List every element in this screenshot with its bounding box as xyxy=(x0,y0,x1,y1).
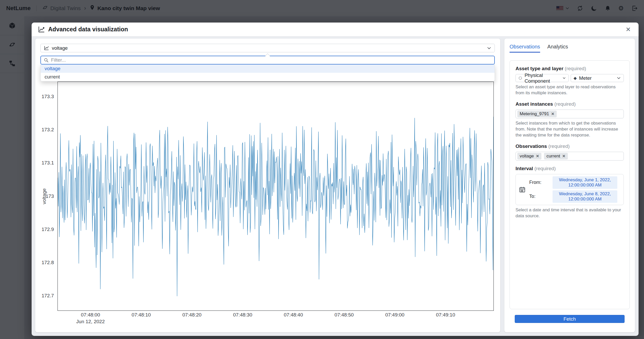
chevron-down-icon xyxy=(487,46,491,51)
dropdown-option-current[interactable]: current xyxy=(41,73,495,81)
asset-type-value: Physical Component xyxy=(525,73,560,84)
modal-header: Advanced data visualization ✕ xyxy=(32,23,639,37)
chip-remove-icon[interactable]: ✕ xyxy=(562,154,566,158)
y-tick-label: 172.9 xyxy=(41,227,54,232)
observations-input[interactable]: voltage ✕ current ✕ xyxy=(516,152,624,161)
observation-select-value: voltage xyxy=(52,45,68,51)
tab-analytics[interactable]: Analytics xyxy=(547,44,568,53)
observations-label: Observations (required) xyxy=(516,143,624,149)
observation-chip: current ✕ xyxy=(544,153,568,160)
interval-from-value[interactable]: Wednesday, June 1, 2022, 12:00:00:000 AM xyxy=(553,176,617,189)
configuration-panel: Observations Analytics Asset type and la… xyxy=(504,39,635,332)
asset-type-selects: Physical Component ◆ Meter xyxy=(516,74,624,82)
x-tick-label: 07:48:00Jun 12, 2022 xyxy=(76,312,105,324)
chip-remove-icon[interactable]: ✕ xyxy=(536,154,539,158)
tab-observations[interactable]: Observations xyxy=(510,44,540,53)
calendar-icon xyxy=(519,186,526,193)
meter-diamond-icon: ◆ xyxy=(574,76,577,80)
search-icon xyxy=(44,58,49,63)
y-tick-label: 173 xyxy=(46,193,54,199)
y-tick-label: 173.2 xyxy=(41,127,54,133)
asset-type-select[interactable]: Physical Component xyxy=(516,74,569,82)
modal-body: voltage voltage 173.3173.2173.1173172.91… xyxy=(32,37,639,336)
x-axis-date-label: Jun 12, 2022 xyxy=(76,319,105,324)
asset-layer-select[interactable]: ◆ Meter xyxy=(571,74,624,82)
required-hint: (required) xyxy=(554,101,576,107)
instance-chip: Metering_9791 ✕ xyxy=(517,111,557,117)
asset-layer-value: Meter xyxy=(579,75,592,81)
interval-to-label: To: xyxy=(529,194,553,199)
panel-tabs: Observations Analytics xyxy=(510,44,630,53)
modal-title: Advanced data visualization xyxy=(48,26,128,33)
y-tick-label: 173.1 xyxy=(41,160,54,166)
chevron-down-icon xyxy=(617,76,621,80)
interval-helper: Select a date and time interval that is … xyxy=(516,207,624,219)
required-hint: (required) xyxy=(534,166,556,171)
required-hint: (required) xyxy=(565,66,586,71)
interval-picker[interactable]: From: Wednesday, June 1, 2022, 12:00:00:… xyxy=(516,174,624,205)
x-tick-label: 07:48:40 xyxy=(284,312,303,318)
required-hint: (required) xyxy=(548,143,570,149)
y-axis-tick-labels: 173.3173.2173.1173172.9172.8172.7 xyxy=(35,82,56,311)
chart-settings-icon xyxy=(38,26,45,33)
y-tick-label: 173.3 xyxy=(41,94,54,99)
x-tick-label: 07:48:10 xyxy=(132,312,151,318)
observation-select[interactable]: voltage xyxy=(40,44,495,52)
dropdown-option-voltage[interactable]: voltage xyxy=(41,64,495,73)
y-tick-label: 172.8 xyxy=(41,260,54,265)
chart-card: voltage voltage 173.3173.2173.1173172.91… xyxy=(35,39,500,332)
interval-to-value[interactable]: Wednesday, June 8, 2022, 12:00:00:000 AM xyxy=(553,190,617,203)
chip-remove-icon[interactable]: ✕ xyxy=(551,112,554,116)
x-tick-label: 07:49:10 xyxy=(436,312,455,318)
asset-instances-helper: Select instances from which to get the o… xyxy=(516,120,624,138)
interval-label: Interval (required) xyxy=(516,166,624,171)
interval-from-label: From: xyxy=(529,180,553,185)
y-tick-label: 172.7 xyxy=(41,293,54,299)
observations-form-section: Asset type and layer (required) Physical… xyxy=(510,60,630,309)
observation-chip-label: voltage xyxy=(520,154,534,159)
asset-instances-input[interactable]: Metering_9791 ✕ xyxy=(516,110,624,118)
observation-chip: voltage ✕ xyxy=(517,153,541,160)
x-tick-label: 07:48:30 xyxy=(233,312,252,318)
line-chart-icon xyxy=(44,45,49,51)
x-tick-label: 07:49:00 xyxy=(385,312,404,318)
instance-chip-label: Metering_9791 xyxy=(520,111,549,117)
close-icon[interactable]: ✕ xyxy=(624,25,632,34)
x-tick-label: 07:48:50 xyxy=(334,312,354,318)
x-axis-tick-labels: 07:48:00Jun 12, 202207:48:1007:48:2007:4… xyxy=(58,312,494,329)
fetch-button[interactable]: Fetch xyxy=(515,315,625,323)
plot-area[interactable] xyxy=(58,82,494,311)
asset-type-helper: Select an asset type and layer to read o… xyxy=(516,84,624,96)
chevron-down-icon xyxy=(562,76,566,80)
voltage-series-plot xyxy=(58,82,493,311)
observation-chip-label: current xyxy=(546,154,560,159)
observation-dropdown-panel: voltage current xyxy=(40,56,495,81)
asset-instances-label: Asset instances (required) xyxy=(516,101,624,107)
x-tick-label: 07:48:20 xyxy=(182,312,202,318)
advanced-data-visualization-modal: Advanced data visualization ✕ voltage vo… xyxy=(32,23,639,336)
physical-component-icon xyxy=(518,76,522,81)
asset-type-label: Asset type and layer (required) xyxy=(516,66,624,71)
interval-rows: From: Wednesday, June 1, 2022, 12:00:00:… xyxy=(529,176,620,203)
dropdown-options-list: voltage current xyxy=(40,64,495,81)
filter-input[interactable] xyxy=(51,57,491,63)
